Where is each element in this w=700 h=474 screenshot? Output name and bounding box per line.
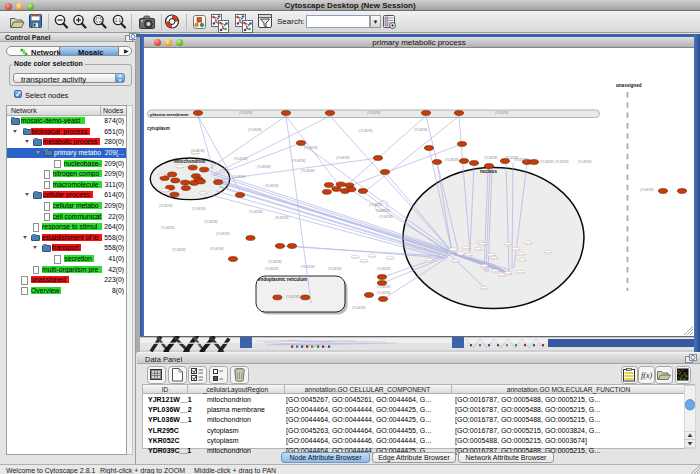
svg-text:(YL082W): (YL082W) xyxy=(336,156,350,160)
svg-text:YLR082: YLR082 xyxy=(524,242,533,245)
svg-text:(YL082W): (YL082W) xyxy=(234,157,248,161)
svg-text:(YL082W): (YL082W) xyxy=(265,267,279,271)
svg-text:(YL082W): (YL082W) xyxy=(265,184,279,188)
svg-text:YLR082: YLR082 xyxy=(518,259,527,262)
svg-text:YLR082: YLR082 xyxy=(474,248,483,251)
svg-text:YLR082: YLR082 xyxy=(425,259,434,262)
svg-text:(YL082W): (YL082W) xyxy=(292,159,306,163)
svg-text:(YL082W): (YL082W) xyxy=(555,160,569,164)
svg-text:YLR082: YLR082 xyxy=(490,257,499,260)
svg-text:(YL082W): (YL082W) xyxy=(367,111,381,115)
svg-text:cytoplasm: cytoplasm xyxy=(147,126,170,131)
svg-text:(YL082W): (YL082W) xyxy=(379,215,393,219)
svg-text:(YL082W): (YL082W) xyxy=(216,232,230,236)
svg-text:YLR082: YLR082 xyxy=(504,243,513,246)
svg-text:(YL082W): (YL082W) xyxy=(640,188,654,192)
svg-text:(YL082W): (YL082W) xyxy=(377,267,391,271)
svg-text:(YL082W): (YL082W) xyxy=(249,210,263,214)
svg-text:f(x): f(x) xyxy=(641,371,652,380)
svg-text:YLR082: YLR082 xyxy=(386,257,395,260)
svg-text:YLR082: YLR082 xyxy=(199,192,208,195)
svg-text:YLR082: YLR082 xyxy=(516,271,525,274)
svg-text:(YL082W): (YL082W) xyxy=(172,248,186,252)
svg-text:(YL082W): (YL082W) xyxy=(359,129,373,133)
svg-text:YLR082: YLR082 xyxy=(480,287,489,290)
svg-text:YLR082: YLR082 xyxy=(449,249,458,252)
svg-text:plasma membrane: plasma membrane xyxy=(150,112,189,117)
svg-text:YLR082: YLR082 xyxy=(176,166,185,169)
svg-text:(YL082W): (YL082W) xyxy=(578,160,592,164)
svg-text:YLR082: YLR082 xyxy=(157,173,166,176)
svg-text:(YL082W): (YL082W) xyxy=(161,226,175,230)
svg-text:(YL082W): (YL082W) xyxy=(328,267,342,271)
svg-text:YLR082: YLR082 xyxy=(161,190,170,193)
svg-text:YLR082: YLR082 xyxy=(480,265,489,268)
svg-text:(YL082W): (YL082W) xyxy=(301,265,315,269)
svg-text:endoplasmic reticulum: endoplasmic reticulum xyxy=(258,277,307,282)
svg-text:(YL082W): (YL082W) xyxy=(301,169,315,173)
svg-text:(YL082W): (YL082W) xyxy=(275,216,289,220)
svg-text:(YL082W): (YL082W) xyxy=(484,156,498,160)
svg-text:YLR082: YLR082 xyxy=(360,260,369,263)
svg-text:YLR082: YLR082 xyxy=(498,274,507,277)
svg-text:(YL082W): (YL082W) xyxy=(239,111,253,115)
svg-text:YLR082: YLR082 xyxy=(464,254,473,257)
svg-text:YLR082: YLR082 xyxy=(478,243,487,246)
svg-text:(YL082W): (YL082W) xyxy=(377,291,391,295)
svg-text:(YL082W): (YL082W) xyxy=(540,160,554,164)
svg-text:YLR082: YLR082 xyxy=(491,270,500,273)
svg-text:YLR082: YLR082 xyxy=(368,255,377,258)
svg-text:1:1: 1:1 xyxy=(115,18,122,23)
svg-text:(YL082W): (YL082W) xyxy=(495,111,509,115)
svg-text:nucleus: nucleus xyxy=(480,169,498,174)
svg-text:YLR082: YLR082 xyxy=(462,247,471,250)
svg-text:YLR082: YLR082 xyxy=(512,248,521,251)
svg-text:(YL082W): (YL082W) xyxy=(286,295,300,299)
svg-text:(YL082W): (YL082W) xyxy=(369,203,383,207)
svg-text:(YL082W): (YL082W) xyxy=(192,207,206,211)
svg-text:(YL082W): (YL082W) xyxy=(204,220,218,224)
svg-text:(YL082W): (YL082W) xyxy=(159,204,173,208)
svg-text:(YL082W): (YL082W) xyxy=(257,165,271,169)
svg-text:YLR082: YLR082 xyxy=(544,251,553,254)
svg-text:(YL082W): (YL082W) xyxy=(352,306,366,310)
svg-text:(YL082W): (YL082W) xyxy=(304,146,318,150)
svg-text:YLR082: YLR082 xyxy=(517,253,526,256)
svg-text:(YL082W): (YL082W) xyxy=(414,128,428,132)
svg-text:(YL082W): (YL082W) xyxy=(268,260,282,264)
svg-text:(YL082W): (YL082W) xyxy=(191,149,205,153)
svg-text:(YL082W): (YL082W) xyxy=(514,158,528,162)
svg-text:(YL082W): (YL082W) xyxy=(210,247,224,251)
svg-text:(YL082W): (YL082W) xyxy=(232,175,246,179)
svg-text:(YL082W): (YL082W) xyxy=(376,209,390,213)
svg-text:unassigned: unassigned xyxy=(616,83,642,88)
svg-text:YLR082: YLR082 xyxy=(351,256,360,259)
svg-text:YLR082: YLR082 xyxy=(451,260,460,263)
svg-text:(YL082W): (YL082W) xyxy=(377,285,391,289)
svg-text:(YL082W): (YL082W) xyxy=(445,158,459,162)
svg-text:(YL082W): (YL082W) xyxy=(248,128,262,132)
svg-text:mitochondrion: mitochondrion xyxy=(174,159,206,164)
